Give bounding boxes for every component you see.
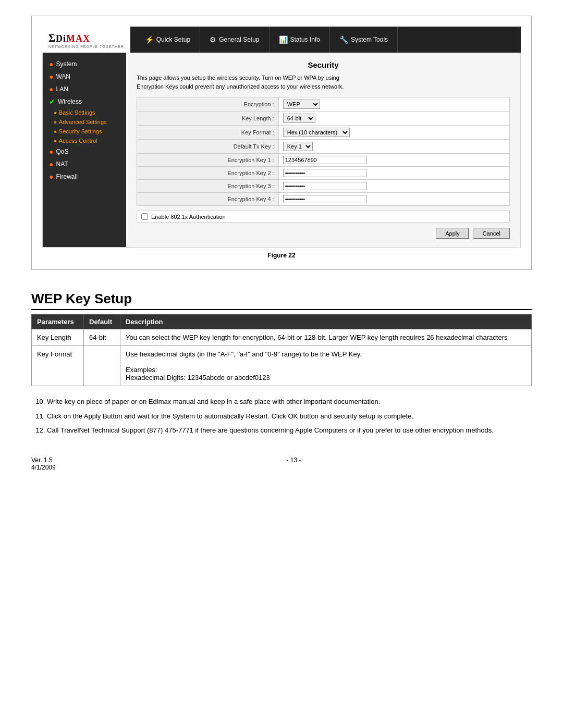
wep-param-key-format: Key Format (32, 346, 84, 386)
checkbox-8021x-label: Enable 802.1x Authentication (151, 214, 226, 220)
footer-date: 4/1/2009 (31, 464, 56, 471)
security-bullet: ■ (54, 129, 57, 134)
sidebar-subitem-access-control[interactable]: ■ Access Control (43, 136, 126, 145)
access-bullet: ■ (54, 139, 57, 143)
tab-general-setup-label: General Setup (219, 36, 259, 43)
panel-title: Security (137, 60, 510, 69)
sidebar-subitem-basic[interactable]: ■ Basic Settings (43, 108, 126, 117)
wep-col-description: Description (120, 315, 532, 329)
tab-general-setup[interactable]: ⚙ General Setup (200, 27, 269, 53)
figure-caption: Figure 22 (42, 252, 521, 259)
select-key-format[interactable]: Hex (10 characters) ASCII (5 characters) (283, 128, 350, 137)
security-form-table: Encryption : WEP WPA Disabled Key Length… (137, 97, 510, 206)
row-key-length: Key Length : 64-bit 128-bit (137, 112, 510, 126)
wep-title: WEP Key Setup (31, 291, 532, 310)
wep-table: Parameters Default Description Key Lengt… (31, 314, 532, 386)
sidebar-item-wan[interactable]: ● WAN (43, 70, 126, 83)
sidebar: ● System ● WAN ● LAN ✔ Wireless ■ Basi (43, 53, 126, 247)
router-logo: ΣDiMAX NETWORKING PEOPLE TOGETHER (42, 27, 130, 53)
input-enc-key4[interactable] (283, 195, 366, 203)
qos-bullet: ● (49, 147, 53, 156)
sidebar-label-firewall: Firewall (56, 173, 77, 180)
footer: Ver. 1.5 4/1/2009 - 13 - (31, 456, 532, 471)
sidebar-item-firewall[interactable]: ● Firewall (43, 170, 126, 183)
value-enc-key1 (278, 154, 509, 167)
checkbox-row-8021x: Enable 802.1x Authentication (137, 211, 510, 223)
tab-status-info-label: Status Info (290, 36, 320, 43)
row-enc-key2: Encryption Key 2 : (137, 167, 510, 180)
sidebar-item-nat[interactable]: ● NAT (43, 158, 126, 170)
sidebar-label-wan: WAN (56, 73, 70, 80)
sidebar-subitem-advanced[interactable]: ■ Advanced Settings (43, 117, 126, 127)
tab-system-tools-label: System Tools (351, 36, 388, 43)
basic-bullet: ■ (54, 110, 57, 115)
logo-sub: NETWORKING PEOPLE TOGETHER (48, 45, 124, 48)
select-encryption[interactable]: WEP WPA Disabled (283, 100, 320, 109)
label-encryption: Encryption : (137, 97, 279, 112)
footer-center: - 13 - (286, 456, 301, 471)
wep-col-params: Parameters (32, 315, 84, 329)
nav-tabs: ⚡ Quick Setup ⚙ General Setup 📊 Status I… (130, 27, 521, 53)
sidebar-label-basic: Basic Settings (59, 109, 95, 116)
sidebar-label-wireless: Wireless (58, 98, 82, 105)
label-key-length: Key Length : (137, 112, 279, 126)
page-border: ΣDiMAX NETWORKING PEOPLE TOGETHER ⚡ Quic… (31, 16, 532, 270)
input-enc-key2[interactable] (283, 169, 366, 177)
sidebar-label-qos: QoS (56, 148, 68, 155)
tab-quick-setup[interactable]: ⚡ Quick Setup (136, 27, 200, 53)
label-key-format: Key Format : (137, 126, 279, 140)
wireless-bullet: ✔ (49, 97, 55, 106)
system-bullet: ● (49, 60, 53, 68)
label-enc-key2: Encryption Key 2 : (137, 167, 279, 180)
row-key-format: Key Format : Hex (10 characters) ASCII (… (137, 126, 510, 140)
checkbox-8021x[interactable] (141, 213, 148, 220)
sidebar-item-wireless[interactable]: ✔ Wireless (43, 95, 126, 108)
lan-bullet: ● (49, 85, 53, 93)
sidebar-item-system[interactable]: ● System (43, 58, 126, 70)
logo-text: ΣDiMAX (48, 31, 124, 45)
tab-quick-setup-label: Quick Setup (156, 36, 190, 43)
router-ui: ΣDiMAX NETWORKING PEOPLE TOGETHER ⚡ Quic… (42, 27, 521, 248)
label-enc-key1: Encryption Key 1 : (137, 154, 279, 167)
right-panel: Security This page allows you setup the … (126, 53, 520, 247)
status-info-icon: 📊 (279, 35, 288, 44)
row-encryption: Encryption : WEP WPA Disabled (137, 97, 510, 112)
label-enc-key4: Encryption Key 4 : (137, 193, 279, 206)
wan-bullet: ● (49, 72, 53, 81)
tab-status-info[interactable]: 📊 Status Info (270, 27, 330, 53)
tab-system-tools[interactable]: 🔧 System Tools (330, 27, 398, 53)
value-key-length: 64-bit 128-bit (278, 112, 509, 126)
sidebar-item-qos[interactable]: ● QoS (43, 145, 126, 158)
firewall-bullet: ● (49, 172, 53, 181)
button-row: Apply Cancel (137, 228, 510, 239)
wep-section: WEP Key Setup Parameters Default Descrip… (31, 291, 532, 386)
sidebar-label-security: Security Settings (59, 128, 102, 134)
sidebar-subitem-security[interactable]: ■ Security Settings (43, 127, 126, 136)
wep-param-key-length: Key Length (32, 329, 84, 346)
sidebar-label-lan: LAN (56, 85, 68, 93)
wep-table-header-row: Parameters Default Description (32, 315, 532, 329)
apply-button[interactable]: Apply (436, 228, 469, 239)
wep-default-key-format (84, 346, 120, 386)
select-default-tx-key[interactable]: Key 1 Key 2 Key 3 Key 4 (283, 142, 313, 151)
instruction-item-11: Click on the Apply Button and wait for t… (47, 411, 532, 422)
row-enc-key1: Encryption Key 1 : (137, 154, 510, 167)
wep-row-key-format: Key Format Use hexadecimal digits (in th… (32, 346, 532, 386)
wep-desc-key-format: Use hexadecimal digits (in the "A-F", "a… (120, 346, 532, 386)
general-setup-icon: ⚙ (210, 35, 216, 44)
sidebar-label-access: Access Control (59, 138, 97, 144)
value-enc-key3 (278, 180, 509, 193)
advanced-bullet: ■ (54, 120, 57, 125)
instruction-item-12: Call TravelNet Technical Support (877) 4… (47, 425, 532, 436)
cancel-button[interactable]: Cancel (473, 228, 510, 239)
input-enc-key1[interactable] (283, 156, 366, 164)
row-default-tx-key: Default Tx Key : Key 1 Key 2 Key 3 Key 4 (137, 140, 510, 154)
sidebar-item-lan[interactable]: ● LAN (43, 83, 126, 95)
input-enc-key3[interactable] (283, 182, 366, 190)
wep-default-key-length: 64-bit (84, 329, 120, 346)
quick-setup-icon: ⚡ (145, 35, 154, 44)
instructions-list: Write key on piece of paper or on Edimax… (47, 397, 532, 436)
main-content: ● System ● WAN ● LAN ✔ Wireless ■ Basi (42, 53, 521, 248)
system-tools-icon: 🔧 (339, 35, 348, 44)
select-key-length[interactable]: 64-bit 128-bit (283, 114, 315, 123)
